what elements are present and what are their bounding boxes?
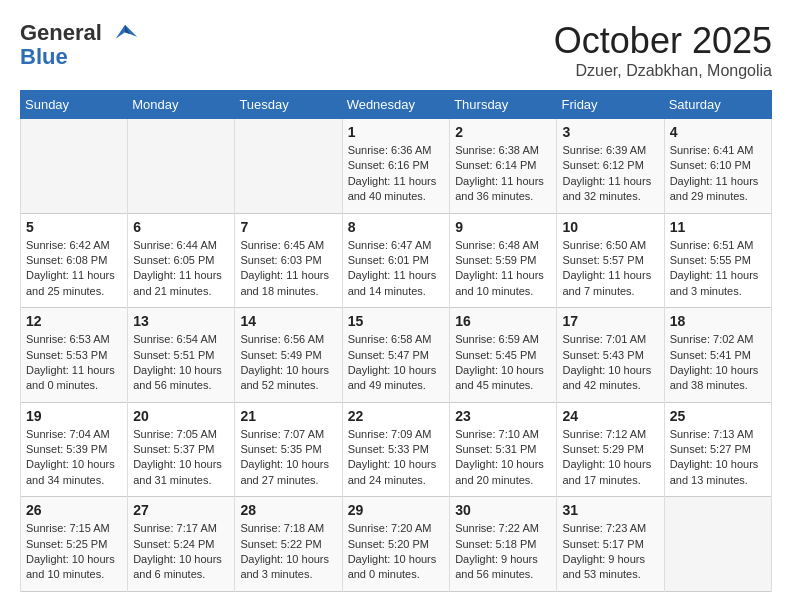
calendar-cell: 3Sunrise: 6:39 AMSunset: 6:12 PMDaylight… bbox=[557, 119, 664, 214]
cell-content: Daylight: 9 hours and 53 minutes. bbox=[562, 552, 658, 583]
calendar-cell: 6Sunrise: 6:44 AMSunset: 6:05 PMDaylight… bbox=[128, 213, 235, 308]
calendar-cell: 18Sunrise: 7:02 AMSunset: 5:41 PMDayligh… bbox=[664, 308, 771, 403]
calendar-cell: 7Sunrise: 6:45 AMSunset: 6:03 PMDaylight… bbox=[235, 213, 342, 308]
calendar-cell: 29Sunrise: 7:20 AMSunset: 5:20 PMDayligh… bbox=[342, 497, 450, 592]
cell-content: Daylight: 10 hours and 20 minutes. bbox=[455, 457, 551, 488]
cell-content: Sunset: 5:51 PM bbox=[133, 348, 229, 363]
day-number: 16 bbox=[455, 313, 551, 329]
column-header-friday: Friday bbox=[557, 91, 664, 119]
cell-content: Sunrise: 6:39 AM bbox=[562, 143, 658, 158]
cell-content: Sunset: 5:20 PM bbox=[348, 537, 445, 552]
title-block: October 2025 Dzuer, Dzabkhan, Mongolia bbox=[554, 20, 772, 80]
day-number: 8 bbox=[348, 219, 445, 235]
cell-content: Sunset: 6:01 PM bbox=[348, 253, 445, 268]
cell-content: Sunrise: 7:23 AM bbox=[562, 521, 658, 536]
cell-content: Sunrise: 6:53 AM bbox=[26, 332, 122, 347]
day-number: 30 bbox=[455, 502, 551, 518]
calendar-cell: 22Sunrise: 7:09 AMSunset: 5:33 PMDayligh… bbox=[342, 402, 450, 497]
day-number: 28 bbox=[240, 502, 336, 518]
calendar-header-row: SundayMondayTuesdayWednesdayThursdayFrid… bbox=[21, 91, 772, 119]
day-number: 24 bbox=[562, 408, 658, 424]
cell-content: Sunrise: 6:56 AM bbox=[240, 332, 336, 347]
day-number: 4 bbox=[670, 124, 766, 140]
cell-content: Sunset: 5:43 PM bbox=[562, 348, 658, 363]
calendar-cell: 23Sunrise: 7:10 AMSunset: 5:31 PMDayligh… bbox=[450, 402, 557, 497]
cell-content: Daylight: 10 hours and 0 minutes. bbox=[348, 552, 445, 583]
cell-content: Sunset: 5:35 PM bbox=[240, 442, 336, 457]
cell-content: Sunrise: 7:09 AM bbox=[348, 427, 445, 442]
cell-content: Sunset: 5:49 PM bbox=[240, 348, 336, 363]
day-number: 22 bbox=[348, 408, 445, 424]
cell-content: Daylight: 10 hours and 3 minutes. bbox=[240, 552, 336, 583]
day-number: 29 bbox=[348, 502, 445, 518]
cell-content: Sunrise: 7:12 AM bbox=[562, 427, 658, 442]
calendar-cell: 15Sunrise: 6:58 AMSunset: 5:47 PMDayligh… bbox=[342, 308, 450, 403]
page-header: General Blue October 2025 Dzuer, Dzabkha… bbox=[20, 20, 772, 80]
cell-content: Daylight: 11 hours and 18 minutes. bbox=[240, 268, 336, 299]
calendar-cell: 16Sunrise: 6:59 AMSunset: 5:45 PMDayligh… bbox=[450, 308, 557, 403]
day-number: 25 bbox=[670, 408, 766, 424]
calendar-cell: 11Sunrise: 6:51 AMSunset: 5:55 PMDayligh… bbox=[664, 213, 771, 308]
calendar-cell: 9Sunrise: 6:48 AMSunset: 5:59 PMDaylight… bbox=[450, 213, 557, 308]
week-row-2: 5Sunrise: 6:42 AMSunset: 6:08 PMDaylight… bbox=[21, 213, 772, 308]
column-header-wednesday: Wednesday bbox=[342, 91, 450, 119]
cell-content: Sunset: 6:10 PM bbox=[670, 158, 766, 173]
calendar-cell: 13Sunrise: 6:54 AMSunset: 5:51 PMDayligh… bbox=[128, 308, 235, 403]
calendar-cell bbox=[128, 119, 235, 214]
cell-content: Daylight: 10 hours and 45 minutes. bbox=[455, 363, 551, 394]
day-number: 11 bbox=[670, 219, 766, 235]
cell-content: Sunset: 6:03 PM bbox=[240, 253, 336, 268]
logo-bird-icon bbox=[111, 20, 139, 48]
cell-content: Daylight: 11 hours and 14 minutes. bbox=[348, 268, 445, 299]
day-number: 6 bbox=[133, 219, 229, 235]
calendar-cell: 4Sunrise: 6:41 AMSunset: 6:10 PMDaylight… bbox=[664, 119, 771, 214]
cell-content: Sunset: 5:22 PM bbox=[240, 537, 336, 552]
cell-content: Sunrise: 7:13 AM bbox=[670, 427, 766, 442]
cell-content: Sunset: 5:37 PM bbox=[133, 442, 229, 457]
cell-content: Sunrise: 6:51 AM bbox=[670, 238, 766, 253]
cell-content: Sunset: 5:31 PM bbox=[455, 442, 551, 457]
week-row-4: 19Sunrise: 7:04 AMSunset: 5:39 PMDayligh… bbox=[21, 402, 772, 497]
cell-content: Daylight: 10 hours and 49 minutes. bbox=[348, 363, 445, 394]
cell-content: Sunrise: 6:54 AM bbox=[133, 332, 229, 347]
day-number: 26 bbox=[26, 502, 122, 518]
cell-content: Daylight: 10 hours and 34 minutes. bbox=[26, 457, 122, 488]
cell-content: Sunrise: 6:41 AM bbox=[670, 143, 766, 158]
location: Dzuer, Dzabkhan, Mongolia bbox=[554, 62, 772, 80]
cell-content: Sunrise: 6:47 AM bbox=[348, 238, 445, 253]
cell-content: Daylight: 10 hours and 10 minutes. bbox=[26, 552, 122, 583]
cell-content: Sunrise: 7:10 AM bbox=[455, 427, 551, 442]
cell-content: Sunset: 6:08 PM bbox=[26, 253, 122, 268]
cell-content: Daylight: 10 hours and 38 minutes. bbox=[670, 363, 766, 394]
calendar-cell: 5Sunrise: 6:42 AMSunset: 6:08 PMDaylight… bbox=[21, 213, 128, 308]
calendar-cell: 30Sunrise: 7:22 AMSunset: 5:18 PMDayligh… bbox=[450, 497, 557, 592]
month-title: October 2025 bbox=[554, 20, 772, 62]
cell-content: Sunrise: 6:58 AM bbox=[348, 332, 445, 347]
cell-content: Sunset: 5:18 PM bbox=[455, 537, 551, 552]
cell-content: Daylight: 10 hours and 6 minutes. bbox=[133, 552, 229, 583]
column-header-saturday: Saturday bbox=[664, 91, 771, 119]
column-header-monday: Monday bbox=[128, 91, 235, 119]
logo-general: General bbox=[20, 20, 102, 45]
day-number: 7 bbox=[240, 219, 336, 235]
calendar-cell: 14Sunrise: 6:56 AMSunset: 5:49 PMDayligh… bbox=[235, 308, 342, 403]
cell-content: Sunrise: 7:04 AM bbox=[26, 427, 122, 442]
cell-content: Sunrise: 6:44 AM bbox=[133, 238, 229, 253]
cell-content: Sunrise: 6:45 AM bbox=[240, 238, 336, 253]
day-number: 15 bbox=[348, 313, 445, 329]
day-number: 3 bbox=[562, 124, 658, 140]
cell-content: Sunset: 5:24 PM bbox=[133, 537, 229, 552]
cell-content: Daylight: 10 hours and 27 minutes. bbox=[240, 457, 336, 488]
cell-content: Sunrise: 7:07 AM bbox=[240, 427, 336, 442]
column-header-sunday: Sunday bbox=[21, 91, 128, 119]
cell-content: Sunset: 5:53 PM bbox=[26, 348, 122, 363]
cell-content: Sunset: 5:45 PM bbox=[455, 348, 551, 363]
day-number: 10 bbox=[562, 219, 658, 235]
cell-content: Sunrise: 7:20 AM bbox=[348, 521, 445, 536]
calendar-cell: 24Sunrise: 7:12 AMSunset: 5:29 PMDayligh… bbox=[557, 402, 664, 497]
week-row-3: 12Sunrise: 6:53 AMSunset: 5:53 PMDayligh… bbox=[21, 308, 772, 403]
cell-content: Sunrise: 6:38 AM bbox=[455, 143, 551, 158]
cell-content: Daylight: 11 hours and 40 minutes. bbox=[348, 174, 445, 205]
day-number: 20 bbox=[133, 408, 229, 424]
cell-content: Daylight: 10 hours and 52 minutes. bbox=[240, 363, 336, 394]
